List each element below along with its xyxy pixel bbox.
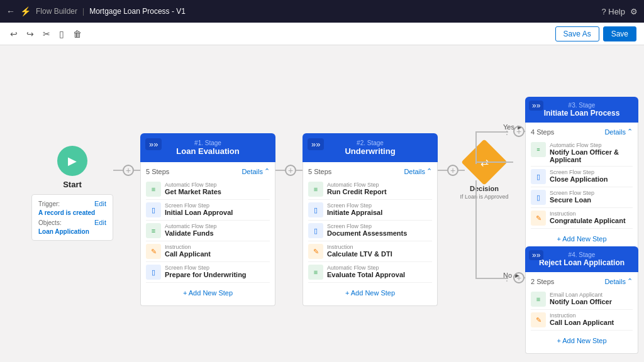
stage-3-step-3: ▯ Screen Flow Step Secure Loan: [531, 187, 633, 208]
connector-plus-1[interactable]: +: [123, 165, 134, 176]
stage-4-num: #4. Stage: [569, 251, 596, 258]
stage-1-num: #1. Stage: [194, 140, 221, 146]
stage-2-header: »» #2. Stage Underwriting: [303, 133, 438, 162]
stage-3-details-btn[interactable]: Details ⌃: [604, 128, 633, 136]
no-connector-dots: ⋮: [503, 273, 511, 282]
breadcrumb-separator: |: [82, 7, 84, 16]
stage-1-details-btn[interactable]: Details ⌃: [242, 167, 270, 175]
stage-2-name: Underwriting: [345, 146, 395, 156]
stage-2-step-3: ▯ Screen Flow Step Document Assessments: [308, 221, 432, 241]
stage-2-num: #2. Stage: [357, 140, 384, 146]
stage-2-step-5: ≡ Automatic Flow Step Evaluate Total App…: [308, 262, 432, 283]
stage-2-add-step[interactable]: + Add New Step: [308, 285, 432, 300]
stage-1-step-4: ✎ Instruction Call Applicant: [146, 241, 270, 262]
breadcrumb: Mortgage Loan Process - V1: [89, 7, 186, 16]
objects-edit[interactable]: Edit: [94, 219, 106, 226]
trigger-label: Trigger:: [38, 200, 60, 207]
toolbar: ↩ ↪ ✂ ▯ 🗑 Save As Save: [0, 23, 644, 45]
stage-2-step-2: ▯ Screen Flow Step Initiate Appraisal: [308, 200, 432, 221]
undo-button[interactable]: ↩: [8, 28, 20, 40]
stage-1-steps-count: 5 Steps: [146, 168, 169, 175]
stage-2-steps-count: 5 Steps: [308, 168, 331, 175]
stage-4-name: Reject Loan Application: [539, 258, 625, 267]
stage-2-step-4: ✎ Instruction Calculate LTV & DTI: [308, 241, 432, 262]
stage-3-add-step[interactable]: + Add New Step: [531, 231, 633, 246]
settings-button[interactable]: ⚙: [630, 7, 638, 16]
trigger-value: A record is created: [38, 209, 106, 216]
start-label: Start: [63, 180, 82, 189]
save-as-button[interactable]: Save As: [555, 26, 599, 41]
top-bar: ← ⚡ Flow Builder | Mortgage Loan Process…: [0, 0, 644, 23]
app-title: Flow Builder: [36, 7, 77, 16]
stage-1-step-5: ▯ Screen Flow Step Prepare for Underwrit…: [146, 262, 270, 283]
stage-4: »» #4. Stage Reject Loan Application 2 S…: [525, 246, 638, 354]
stage-1-name: Loan Evaluation: [176, 146, 239, 156]
copy-button[interactable]: ▯: [57, 28, 67, 40]
stage-3-num: #3. Stage: [569, 102, 596, 109]
objects-label: Objects:: [38, 219, 62, 226]
start-details-box: Trigger: Edit A record is created Object…: [31, 194, 113, 241]
yes-connector-plus[interactable]: +: [513, 126, 525, 137]
stage-4-steps-count: 2 Steps: [531, 278, 554, 285]
stage-4-step-1: ≡ Email Loan Applicant Notify Loan Offic…: [531, 289, 633, 310]
stage-4-header: »» #4. Stage Reject Loan Application: [525, 246, 638, 272]
stage-1-step-3: ≡ Automatic Flow Step Validate Funds: [146, 221, 270, 241]
help-icon: ?: [601, 7, 606, 16]
stage-4-add-step[interactable]: + Add New Step: [531, 333, 633, 348]
decision-label: Decision: [470, 185, 499, 192]
no-connector-plus[interactable]: +: [513, 272, 525, 283]
delete-button[interactable]: 🗑: [70, 28, 84, 40]
stage-3: »» #3. Stage Initiate Loan Process 4 Ste…: [525, 97, 638, 252]
back-button[interactable]: ←: [6, 6, 15, 16]
stage-4-details-btn[interactable]: Details ⌃: [604, 277, 633, 285]
connector-plus-2[interactable]: +: [285, 165, 296, 176]
trigger-edit[interactable]: Edit: [94, 200, 106, 207]
stage-1-add-step[interactable]: + Add New Step: [146, 285, 270, 300]
stage-1-step-1: ≡ Automatic Flow Step Get Market Rates: [146, 179, 270, 200]
help-label: Help: [608, 7, 625, 16]
stage-2: »» #2. Stage Underwriting 5 Steps Detail…: [303, 133, 438, 306]
decision-sublabel: If Loan is Approved: [460, 194, 508, 200]
settings-icon: ⚙: [630, 7, 638, 16]
flow-icon: ⚡: [20, 6, 31, 16]
connector-plus-3[interactable]: +: [447, 165, 458, 176]
redo-button[interactable]: ↪: [24, 28, 36, 40]
stage-4-step-2: ✎ Instruction Call Loan Applicant: [531, 310, 633, 331]
decision-node: ⇄ Decision If Loan is Approved: [459, 146, 509, 200]
stage-3-step-1: ≡ Automatic Flow Step Notify Loan Office…: [531, 140, 633, 167]
stage-3-step-2: ▯ Screen Flow Step Close Application: [531, 167, 633, 187]
stage-3-header: »» #3. Stage Initiate Loan Process: [525, 97, 638, 123]
stage-2-step-1: ≡ Automatic Flow Step Run Credit Report: [308, 179, 432, 200]
start-node[interactable]: ▶: [57, 146, 87, 176]
objects-value: Loan Application: [38, 228, 106, 235]
stage-1-step-2: ▯ Screen Flow Step Initial Loan Approval: [146, 200, 270, 221]
stage-3-steps-count: 4 Steps: [531, 128, 554, 136]
cut-button[interactable]: ✂: [40, 28, 53, 40]
stage-1-header: »» #1. Stage Loan Evaluation: [140, 133, 275, 162]
stage-2-details-btn[interactable]: Details ⌃: [404, 167, 432, 175]
help-button[interactable]: ? Help: [601, 7, 625, 16]
save-button[interactable]: Save: [603, 26, 636, 41]
stage-3-name: Initiate Loan Process: [544, 109, 620, 118]
canvas: ▶ Start Trigger: Edit A record is create…: [0, 45, 644, 362]
stage-3-step-4: ✎ Instruction Congratulate Applicant: [531, 208, 633, 229]
stage-1: »» #1. Stage Loan Evaluation 5 Steps Det…: [140, 133, 275, 306]
yes-connector-dots: ⋮: [503, 127, 511, 136]
